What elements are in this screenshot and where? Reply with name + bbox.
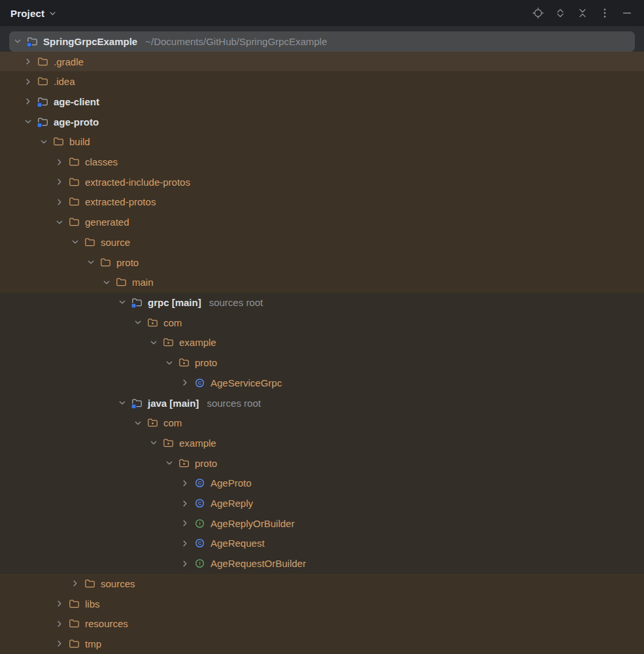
tree-row[interactable]: classes [0, 152, 644, 172]
chevron-right-icon[interactable] [54, 598, 65, 610]
source-root-folder-icon [131, 397, 143, 409]
tree-item-label: AgeServiceGrpc [211, 377, 282, 388]
module-folder-icon [37, 116, 48, 128]
package-icon [162, 437, 174, 449]
tree-row[interactable]: proto [0, 252, 644, 273]
tree-row[interactable]: example [0, 433, 644, 453]
tree-row[interactable]: proto [0, 353, 644, 373]
tree-item-label: AgeRequest [211, 538, 265, 549]
tree-row[interactable]: age-client [0, 92, 644, 112]
tree-item-label: build [69, 136, 90, 147]
tool-window-title: Project [10, 8, 44, 19]
tree-item-label: main [132, 277, 154, 288]
folder-icon [84, 236, 95, 248]
tree-item-label: proto [195, 357, 217, 368]
svg-text:C: C [197, 541, 201, 547]
chevron-right-icon[interactable] [54, 196, 65, 208]
tree-row[interactable]: com [0, 413, 644, 433]
chevron-down-icon[interactable] [148, 337, 160, 349]
expand-all-icon[interactable] [554, 7, 567, 20]
class-icon: C [194, 538, 205, 549]
hide-icon[interactable] [620, 7, 634, 20]
folder-icon [115, 277, 127, 288]
chevron-right-icon[interactable] [54, 156, 65, 168]
folder-icon [52, 136, 64, 148]
tree-row[interactable]: CAgeServiceGrpc [0, 373, 644, 393]
svg-text:C: C [197, 380, 201, 386]
tree-row[interactable]: build [0, 132, 644, 152]
tree-row[interactable]: proto [0, 453, 644, 473]
tree-item-label: com [163, 317, 182, 328]
tree-row[interactable]: tmp [0, 634, 644, 654]
chevron-down-icon[interactable] [69, 236, 81, 248]
chevron-down-icon[interactable] [132, 417, 144, 429]
folder-icon [37, 76, 48, 88]
tree-row[interactable]: com [0, 313, 644, 333]
chevron-down-icon[interactable] [85, 256, 97, 268]
tree-item-sublabel: sources root [207, 398, 261, 409]
chevron-right-icon[interactable] [69, 577, 81, 589]
tree-row[interactable]: CAgeReply [0, 493, 644, 513]
tree-row[interactable]: .gradle [0, 52, 644, 72]
chevron-down-icon[interactable] [148, 437, 160, 449]
chevron-right-icon[interactable] [22, 95, 34, 107]
tree-row[interactable]: IAgeReplyOrBuilder [0, 513, 644, 534]
chevron-down-icon[interactable] [38, 136, 50, 148]
tree-row[interactable]: libs [0, 594, 644, 614]
more-options-icon[interactable] [598, 7, 611, 20]
tree-item-sublabel: ~/Documents/GitHub/SpringGrpcExample [145, 36, 327, 47]
tree-row[interactable]: generated [0, 212, 644, 232]
tree-item-label: java [main] [148, 398, 199, 409]
chevron-down-icon[interactable] [163, 357, 175, 369]
chevron-right-icon[interactable] [22, 56, 34, 67]
chevron-right-icon[interactable] [179, 538, 191, 549]
tree-row[interactable]: IAgeRequestOrBuilder [0, 553, 644, 574]
tree-row[interactable]: .idea [0, 71, 644, 92]
folder-icon [99, 256, 111, 268]
tree-row[interactable]: extracted-include-protos [0, 172, 644, 192]
tree-row-selected[interactable]: SpringGrpcExample~/Documents/GitHub/Spri… [0, 31, 644, 52]
chevron-down-icon[interactable] [54, 216, 65, 228]
chevron-down-icon[interactable] [163, 457, 175, 469]
chevron-down-icon[interactable] [116, 296, 128, 308]
collapse-all-icon[interactable] [576, 7, 589, 20]
chevron-right-icon[interactable] [54, 638, 65, 649]
tree-row[interactable]: resources [0, 613, 644, 634]
tree-row[interactable]: java [main]sources root [0, 393, 644, 413]
tree-row[interactable]: CAgeProto [0, 473, 644, 493]
chevron-right-icon[interactable] [54, 176, 65, 188]
tree-item-label: source [101, 237, 130, 248]
folder-icon [68, 216, 80, 228]
tree-item-label: sources [101, 578, 135, 589]
tree-item-label: example [179, 337, 216, 348]
project-view-dropdown[interactable]: Project [10, 8, 58, 19]
tree-item-label: tmp [85, 638, 101, 649]
chevron-down-icon[interactable] [22, 116, 34, 128]
tree-row[interactable]: example [0, 333, 644, 353]
package-icon [178, 457, 190, 469]
folder-icon [68, 156, 80, 168]
chevron-right-icon[interactable] [22, 76, 34, 88]
chevron-right-icon[interactable] [179, 517, 191, 529]
chevron-right-icon[interactable] [179, 377, 191, 388]
chevron-right-icon[interactable] [54, 618, 65, 630]
chevron-right-icon[interactable] [179, 558, 191, 570]
tree-row[interactable]: age-proto [0, 112, 644, 132]
tree-row[interactable]: CAgeRequest [0, 534, 644, 554]
chevron-down-icon[interactable] [132, 317, 144, 328]
tree-row[interactable]: sources [0, 574, 644, 594]
tree-item-label: extracted-protos [85, 196, 156, 207]
interface-icon: I [194, 558, 205, 570]
tree-row[interactable]: main [0, 272, 644, 292]
chevron-down-icon[interactable] [12, 35, 24, 47]
chevron-right-icon[interactable] [179, 498, 191, 509]
chevron-down-icon[interactable] [101, 277, 112, 288]
chevron-right-icon[interactable] [179, 477, 191, 489]
tree-row[interactable]: source [0, 232, 644, 252]
tree-item-label: AgeReplyOrBuilder [211, 518, 294, 529]
class-icon: C [194, 498, 205, 509]
locate-icon[interactable] [532, 7, 545, 20]
tree-row[interactable]: extracted-protos [0, 192, 644, 213]
chevron-down-icon[interactable] [116, 397, 128, 409]
tree-row[interactable]: grpc [main]sources root [0, 292, 644, 313]
